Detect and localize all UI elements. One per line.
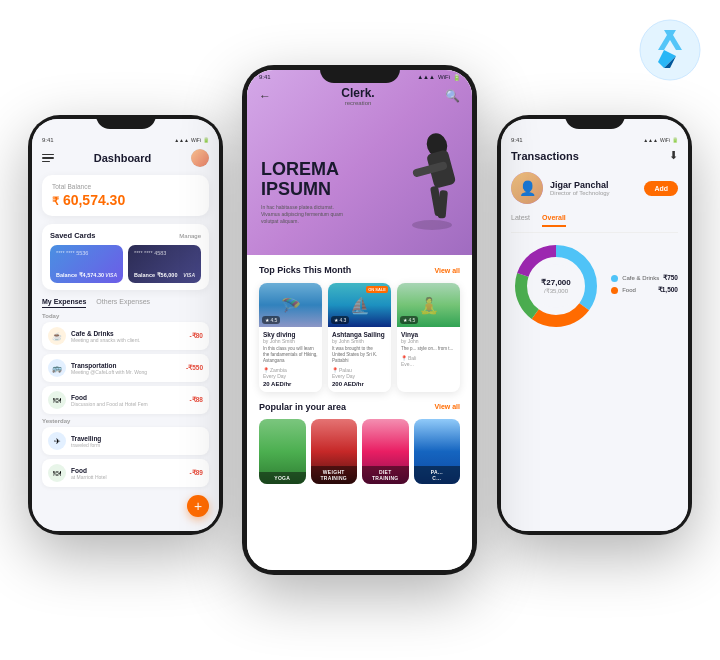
pick-card-vinya[interactable]: 🧘 ★ 4.5 Vinya by John The p... style on.… xyxy=(397,283,460,392)
hero-section: 9:41 ▲▲▲ WiFi 🔋 ← Clerk. recreation xyxy=(247,70,472,255)
food-yest-icon: 🍽 xyxy=(48,464,66,482)
cards-row: **** **** 5536 Balance ₹4,574.30 VISA **… xyxy=(50,245,201,283)
center-time: 9:41 xyxy=(259,74,271,81)
popular-view-all[interactable]: View all xyxy=(434,403,460,410)
user-profile-avatar: 👤 xyxy=(511,172,543,204)
vinya-info: Vinya by John The p... style on... from … xyxy=(397,327,460,372)
user-role: Director of Technology xyxy=(550,190,637,196)
picks-row: 🪂 ★ 4.5 Sky diving by John Smith In this… xyxy=(259,283,460,392)
fab-add-button[interactable]: + xyxy=(187,495,209,517)
user-row: 👤 Jigar Panchal Director of Technology A… xyxy=(511,172,678,204)
skydiving-image: 🪂 ★ 4.5 xyxy=(259,283,322,327)
tab-others-expenses[interactable]: Others Expenses xyxy=(96,298,150,308)
manage-link[interactable]: Manage xyxy=(179,233,201,239)
skydiving-freq: Every Day xyxy=(263,373,318,379)
legend-cafe: Cafe & Drinks ₹750 xyxy=(611,274,678,282)
card-2[interactable]: **** **** 4583 Balance ₹56,000 VISA xyxy=(128,245,201,283)
expense-travel[interactable]: ✈ Travelling traveled form xyxy=(42,427,209,455)
food-today-info: Food Discussion and Food at Hotel Fem xyxy=(71,394,190,407)
vinya-image: 🧘 ★ 4.5 xyxy=(397,283,460,327)
yesterday-label: Yesterday xyxy=(42,418,209,424)
donut-center: ₹27,000 /₹35,000 xyxy=(541,278,570,295)
left-status-bar: 9:41 ▲▲▲ WiFi 🔋 xyxy=(42,137,209,143)
cafe-desc: Meeting and snacks with client. xyxy=(71,337,190,343)
legend-food-value: ₹1,500 xyxy=(658,286,678,294)
legend-cafe-dot xyxy=(611,275,618,282)
popular-weight-training[interactable]: WEIGHTTRAINING xyxy=(311,419,358,484)
sailing-info: Ashtanga Sailing by John Smith It was br… xyxy=(328,327,391,392)
left-phone-content: 9:41 ▲▲▲ WiFi 🔋 Dashboard xyxy=(32,119,219,531)
right-phone: 9:41 ▲▲▲ WiFi 🔋 Transactions ⬇ 👤 xyxy=(497,115,692,535)
sailing-desc: It was brought to the United States by S… xyxy=(332,346,387,364)
add-transaction-button[interactable]: Add xyxy=(644,181,678,196)
right-time: 9:41 xyxy=(511,137,523,143)
card-2-balance: Balance ₹56,000 xyxy=(134,272,177,278)
download-icon[interactable]: ⬇ xyxy=(669,149,678,162)
hero-subtext: In hac habitasse platea dictumst. Vivamu… xyxy=(261,204,351,225)
center-body: Top Picks This Month View all 🪂 ★ 4.5 Sk… xyxy=(247,255,472,494)
donut-total: /₹35,000 xyxy=(541,287,570,294)
expense-transport[interactable]: 🚌 Transportation Meeting @CafeLoft with … xyxy=(42,354,209,382)
right-phone-notch xyxy=(565,115,625,129)
pick-card-sailing[interactable]: ⛵ ★ 4.3 ON SALE Ashtanga Sailing by John… xyxy=(328,283,391,392)
food-icon: 🍽 xyxy=(48,391,66,409)
hamburger-menu-icon[interactable] xyxy=(42,154,54,163)
balance-amount: ₹ 60,574.30 xyxy=(52,192,199,208)
sailing-name: Ashtanga Sailing xyxy=(332,331,387,338)
skydiving-rating: ★ 4.5 xyxy=(262,316,280,324)
vinya-by: by John xyxy=(401,338,456,344)
vinya-freq: Eve... xyxy=(401,361,456,367)
today-label: Today xyxy=(42,313,209,319)
currency-symbol: ₹ xyxy=(52,195,59,207)
card-1[interactable]: **** **** 5536 Balance ₹4,574.30 VISA xyxy=(50,245,123,283)
hero-nav: ← Clerk. recreation 🔍 xyxy=(259,86,460,106)
donut-chart-section: ₹27,000 /₹35,000 Cafe & Drinks ₹750 Foo xyxy=(511,241,678,331)
saved-cards-title: Saved Cards xyxy=(50,231,95,240)
user-name: Jigar Panchal xyxy=(550,180,637,190)
transport-name: Transportation xyxy=(71,362,186,369)
card-1-brand: VISA xyxy=(105,272,117,278)
donut-amount: ₹27,000 xyxy=(541,278,570,288)
expense-food-yesterday[interactable]: 🍽 Food at Marriott Hotel -₹89 xyxy=(42,459,209,487)
back-arrow[interactable]: ← xyxy=(259,89,271,103)
flutter-logo xyxy=(638,18,702,82)
search-icon[interactable]: 🔍 xyxy=(445,89,460,103)
food-today-amount: -₹88 xyxy=(190,396,203,404)
vinya-name: Vinya xyxy=(401,331,456,338)
right-status-icons: ▲▲▲ WiFi 🔋 xyxy=(643,137,678,143)
sailing-rating: ★ 4.3 xyxy=(331,316,349,324)
tab-overall[interactable]: Overall xyxy=(542,214,566,227)
popular-yoga[interactable]: YOGA xyxy=(259,419,306,484)
transactions-title: Transactions xyxy=(511,150,579,162)
picks-view-all[interactable]: View all xyxy=(434,267,460,274)
left-time: 9:41 xyxy=(42,137,54,143)
svg-point-11 xyxy=(412,220,452,230)
picks-title: Top Picks This Month xyxy=(259,265,351,275)
popular-header: Popular in your area View all xyxy=(259,402,460,412)
hero-heading-1: LOREMA xyxy=(261,160,351,180)
food-today-name: Food xyxy=(71,394,190,401)
transport-desc: Meeting @CafeLoft with Mr. Wong xyxy=(71,369,186,375)
card-1-balance: Balance ₹4,574.30 xyxy=(56,272,104,278)
hero-diver-image xyxy=(382,115,472,255)
center-phone: 9:41 ▲▲▲ WiFi 🔋 ← Clerk. recreation xyxy=(242,65,477,575)
balance-section: Total Balance ₹ 60,574.30 xyxy=(42,175,209,216)
legend-cafe-value: ₹750 xyxy=(663,274,678,282)
food-yest-amount: -₹89 xyxy=(190,469,203,477)
expense-food-today[interactable]: 🍽 Food Discussion and Food at Hotel Fem … xyxy=(42,386,209,414)
popular-diet-training[interactable]: DIETTRAINING xyxy=(362,419,409,484)
dashboard-title: Dashboard xyxy=(94,152,151,164)
saved-cards-section: Saved Cards Manage **** **** 5536 Balanc… xyxy=(42,224,209,290)
tab-latest[interactable]: Latest xyxy=(511,214,530,227)
user-avatar[interactable] xyxy=(191,149,209,167)
legend-food: Food ₹1,500 xyxy=(611,286,678,294)
expense-cafe[interactable]: ☕ Cafe & Drinks Meeting and snacks with … xyxy=(42,322,209,350)
balance-label: Total Balance xyxy=(52,183,199,190)
transport-amount: -₹550 xyxy=(186,364,203,372)
popular-pa[interactable]: PA...C... xyxy=(414,419,461,484)
tab-my-expenses[interactable]: My Expenses xyxy=(42,298,86,308)
pick-card-skydiving[interactable]: 🪂 ★ 4.5 Sky diving by John Smith In this… xyxy=(259,283,322,392)
cafe-icon: ☕ xyxy=(48,327,66,345)
cafe-info: Cafe & Drinks Meeting and snacks with cl… xyxy=(71,330,190,343)
sailing-freq: Every Day xyxy=(332,373,387,379)
